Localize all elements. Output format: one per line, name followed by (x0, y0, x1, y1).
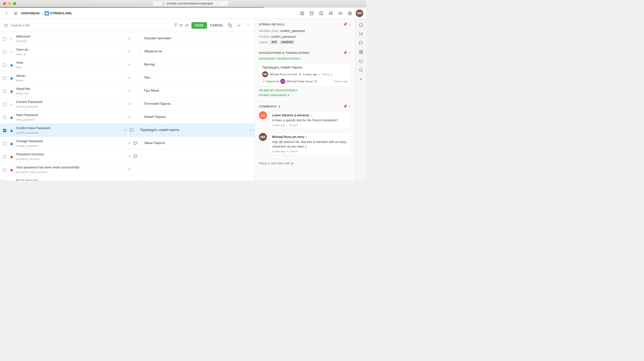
search-bar: 20 · 24 SAVE CANCEL (0, 19, 255, 32)
tag-icon[interactable]: 🏷 (127, 101, 132, 106)
row-checkbox[interactable] (0, 128, 9, 132)
settings-button[interactable] (346, 10, 354, 17)
row-checkbox[interactable] (0, 154, 9, 158)
source-key: welcome (16, 40, 124, 43)
cancel-button[interactable]: CANCEL (209, 22, 224, 29)
grid-panel-button[interactable] (357, 48, 365, 56)
comments-pin-icon[interactable]: 📌 (343, 104, 347, 108)
tag-icon[interactable]: 🏷 (127, 141, 132, 146)
row-checkbox[interactable] (0, 89, 9, 93)
add-panel-button[interactable]: + (357, 75, 365, 83)
minimize-button[interactable] (8, 2, 11, 5)
tag-icon[interactable]: 🏷 (127, 75, 132, 80)
search-panel-button[interactable] (357, 66, 365, 74)
row-checkbox[interactable] (0, 167, 9, 171)
table-row[interactable]: Password recovery password_recovery 🏷 💬 (0, 150, 255, 163)
keyboard-button[interactable] (337, 10, 344, 17)
check-icon[interactable] (235, 22, 243, 29)
layout-single-button[interactable] (308, 10, 315, 17)
table-row[interactable]: About Me about_me 🏷 Про Мене (0, 84, 255, 97)
close-button[interactable] (3, 2, 6, 5)
row-status (9, 89, 14, 93)
language-toggle[interactable]: UKRAINIAN TRANSLATIONS ▾ (259, 57, 351, 60)
comments-panel-button[interactable] (357, 39, 365, 47)
suggestions-expand-icon[interactable]: ∨ (349, 51, 351, 55)
other-lang-label: OTHER LANGUAGES (259, 94, 287, 97)
row-checkbox[interactable] (0, 180, 9, 180)
row-checkbox[interactable] (0, 62, 9, 67)
suggestion-rating: Rating: 1 (321, 73, 332, 76)
row-checkbox[interactable] (0, 102, 9, 106)
row-translation: Зміна Пароля (141, 140, 255, 146)
table-row[interactable]: Your password has been reset successfull… (0, 163, 255, 176)
comments-actions: 📌 ∨ (343, 104, 351, 108)
translation-text: Ласкаво просимо! (144, 36, 252, 41)
approver-time: 3 hours ago (333, 80, 348, 83)
copy-icon[interactable] (226, 22, 233, 29)
table-row[interactable]: ✓ Welcome! welcome 🏷 Ласкаво просимо! (0, 32, 255, 45)
star-icon[interactable]: ☆ (217, 2, 219, 5)
table-row[interactable]: View view 🏷 Вигляд (0, 58, 255, 71)
tag-icon[interactable]: 🏷 (127, 88, 132, 93)
reply-input-area (259, 159, 351, 165)
comment-author-avatar: LS (259, 111, 267, 119)
other-languages-link[interactable]: OTHER LANGUAGES ▸ (259, 93, 351, 97)
table-row-active[interactable]: Confirm New Password confirm_password 🏷 … (0, 124, 255, 137)
table-row[interactable]: Change Password change_password 🏷 💬 Змін… (0, 137, 255, 150)
history-panel-button[interactable] (357, 57, 365, 65)
tag-icon[interactable]: 🏷 (127, 36, 132, 41)
row-checkbox[interactable] (0, 115, 9, 119)
expand-icon[interactable]: ∨ (349, 22, 351, 26)
tag-icon[interactable]: 🏷 (123, 128, 128, 133)
back-button[interactable] (3, 10, 10, 17)
tag-icon[interactable]: 🏷 (127, 62, 132, 67)
collapse-button[interactable] (3, 22, 9, 28)
edit-pencil-icon[interactable]: ✏ (250, 128, 252, 132)
comment-text: Is there a specific limit for the French… (272, 118, 348, 123)
comments-expand-icon[interactable]: ∨ (349, 104, 351, 108)
row-source: New Password new_password (14, 112, 126, 121)
tma-suggestions-link[interactable]: TM AND MT SUGGESTIONS ▸ (259, 89, 351, 92)
tag-icon[interactable]: 🏷 (127, 167, 132, 172)
table-row[interactable]: Read message read_message 🏷 У повідомлен… (0, 176, 255, 180)
comment-icon[interactable]: 💬 (133, 141, 138, 146)
table-row[interactable]: ✓ Save as... save_as 🏷 Зберегти як... (0, 45, 255, 58)
row-edit-button[interactable]: ✏ (247, 128, 255, 132)
row-icons: 🏷 (126, 36, 141, 41)
table-row[interactable]: About... about 🏷 Про... (0, 71, 255, 84)
row-checkbox[interactable] (0, 76, 9, 80)
tag-icon[interactable]: 🏷 (127, 154, 132, 159)
menu-button[interactable] (12, 10, 19, 17)
save-button[interactable]: SAVE (191, 22, 207, 29)
row-checkbox[interactable] (0, 49, 9, 54)
url-field[interactable]: crowdin.com/translate/acmeproject ☆ (153, 1, 228, 6)
suggestions-pin-icon[interactable]: 📌 (343, 51, 347, 55)
row-checkbox[interactable] (0, 36, 9, 41)
translate-panel-button[interactable] (357, 30, 365, 38)
reply-input[interactable] (259, 162, 351, 165)
profile-avatar[interactable]: MR (356, 10, 363, 17)
comment-icon[interactable]: 💬 (129, 128, 134, 133)
pin-icon[interactable]: 📌 (343, 22, 347, 26)
tag-icon[interactable]: 🏷 (127, 115, 132, 120)
row-checkbox[interactable] (0, 141, 9, 145)
maximize-button[interactable] (13, 2, 16, 5)
labels-label: Labels: (259, 41, 269, 44)
filter-icon[interactable] (174, 23, 177, 27)
search-input[interactable] (11, 23, 172, 27)
tag-icon[interactable]: 🏷 (127, 180, 132, 181)
layout-side-button[interactable] (317, 10, 325, 17)
layout-columns-button[interactable] (298, 10, 306, 17)
comment-meta: a year ago • French (272, 150, 348, 153)
more-options-button[interactable] (245, 22, 252, 29)
info-panel-button[interactable] (357, 21, 365, 29)
comment-icon[interactable]: 💬 (133, 154, 138, 159)
screenshot-button[interactable] (327, 10, 335, 17)
row-status (9, 128, 14, 132)
comments-header: COMMENTS 3 📌 ∨ (259, 104, 351, 108)
tag-icon[interactable]: 🏷 (127, 49, 132, 54)
table-row[interactable]: New Password new_password 🏷 Новий Пароль (0, 111, 255, 124)
table-row[interactable]: ✓ Current Password current_password 🏷 По… (0, 97, 255, 111)
right-panel: STRING DETAILS 📌 ∨ Identifier (Key): con… (255, 19, 355, 180)
source-key: confirm_password (16, 131, 120, 134)
